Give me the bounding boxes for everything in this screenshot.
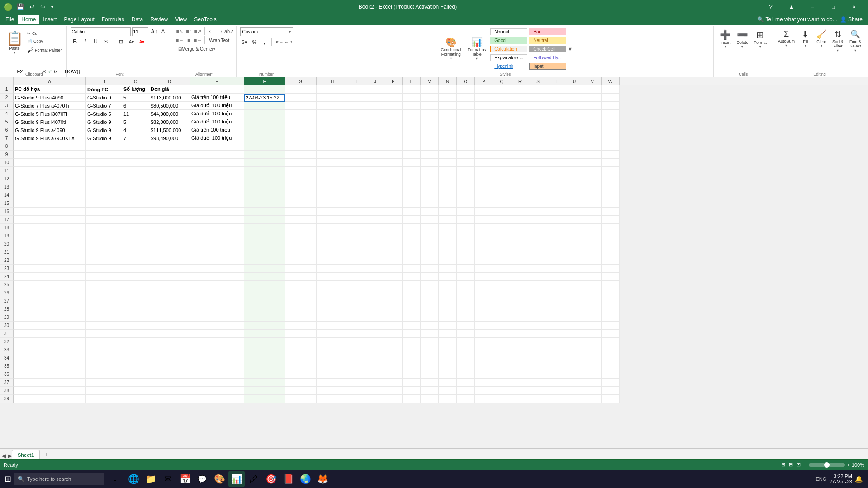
cell-W17[interactable] (602, 216, 620, 224)
cell-V16[interactable] (583, 208, 602, 216)
cell-V12[interactable] (583, 175, 602, 183)
cell-K16[interactable] (384, 208, 403, 216)
find-select-arrow[interactable]: ▾ (854, 48, 856, 52)
bold-button[interactable]: B (71, 37, 80, 46)
col-header-P[interactable]: P (475, 77, 493, 85)
row-number-25[interactable]: 25 (0, 281, 14, 289)
cell-O5[interactable] (457, 118, 475, 126)
cell-H35[interactable] (317, 362, 348, 370)
cell-F33[interactable] (244, 346, 285, 354)
cell-D37[interactable] (149, 379, 190, 387)
cell-N11[interactable] (439, 167, 457, 175)
row-number-30[interactable]: 30 (0, 322, 14, 330)
cell-I6[interactable] (348, 126, 366, 134)
cell-F29[interactable] (244, 313, 285, 322)
cell-A28[interactable] (14, 305, 86, 313)
cell-D13[interactable] (149, 183, 190, 191)
cell-L13[interactable] (403, 183, 421, 191)
cell-U1[interactable] (565, 85, 583, 94)
cell-E17[interactable] (190, 216, 244, 224)
decrease-indent[interactable]: ⇐ (207, 27, 215, 35)
cell-O34[interactable] (457, 354, 475, 362)
cell-P6[interactable] (475, 126, 493, 134)
row-number-3[interactable]: 3 (0, 102, 14, 110)
cell-S21[interactable] (529, 248, 547, 256)
cell-F36[interactable] (244, 370, 285, 379)
insert-arrow[interactable]: ▾ (725, 45, 726, 49)
cell-K37[interactable] (384, 379, 403, 387)
clear-arrow[interactable]: ▾ (821, 44, 822, 48)
cell-V21[interactable] (583, 248, 602, 256)
cell-I11[interactable] (348, 167, 366, 175)
cell-B27[interactable] (86, 297, 122, 305)
cell-L38[interactable] (403, 387, 421, 395)
cell-W26[interactable] (602, 289, 620, 297)
cell-U31[interactable] (565, 330, 583, 338)
row-number-21[interactable]: 21 (0, 248, 14, 256)
cell-M16[interactable] (421, 208, 439, 216)
cell-O13[interactable] (457, 183, 475, 191)
cell-T5[interactable] (547, 118, 565, 126)
cell-C33[interactable] (122, 346, 149, 354)
cell-T25[interactable] (547, 281, 565, 289)
cell-E36[interactable] (190, 370, 244, 379)
cell-P23[interactable] (475, 265, 493, 273)
cell-Q4[interactable] (493, 110, 511, 118)
cell-Q27[interactable] (493, 297, 511, 305)
merge-center-button[interactable]: ⊞ Merge & Center ▾ (176, 45, 218, 53)
cell-L32[interactable] (403, 338, 421, 346)
cell-V35[interactable] (583, 362, 602, 370)
cell-H6[interactable] (317, 126, 348, 134)
cell-A17[interactable] (14, 216, 86, 224)
cell-C5[interactable]: 5 (122, 118, 149, 126)
cell-A30[interactable] (14, 322, 86, 330)
cell-G11[interactable] (285, 167, 317, 175)
cell-O14[interactable] (457, 191, 475, 199)
cell-E3[interactable]: Giá dưới 100 triệu (190, 102, 244, 110)
save-button[interactable]: 💾 (14, 3, 26, 10)
row-number-37[interactable]: 37 (0, 379, 14, 387)
cell-H33[interactable] (317, 346, 348, 354)
cell-R24[interactable] (511, 273, 529, 281)
cell-E31[interactable] (190, 330, 244, 338)
calendar-button[interactable]: 📅 (177, 471, 193, 487)
cell-F14[interactable] (244, 191, 285, 199)
cell-E12[interactable] (190, 175, 244, 183)
cell-A20[interactable] (14, 240, 86, 248)
cell-B10[interactable] (86, 159, 122, 167)
cell-B30[interactable] (86, 322, 122, 330)
cell-N39[interactable] (439, 395, 457, 403)
row-number-14[interactable]: 14 (0, 191, 14, 199)
style-followed-hyperlink[interactable]: Followed Hy... (529, 54, 566, 61)
cell-T3[interactable] (547, 102, 565, 110)
cell-H2[interactable] (317, 94, 348, 102)
cell-O28[interactable] (457, 305, 475, 313)
cell-A34[interactable] (14, 354, 86, 362)
cell-C19[interactable] (122, 232, 149, 240)
cell-P30[interactable] (475, 322, 493, 330)
cell-U24[interactable] (565, 273, 583, 281)
cell-B35[interactable] (86, 362, 122, 370)
cell-O36[interactable] (457, 370, 475, 379)
cell-A33[interactable] (14, 346, 86, 354)
cell-B25[interactable] (86, 281, 122, 289)
cell-E20[interactable] (190, 240, 244, 248)
ps-button[interactable]: 🎨 (211, 471, 228, 487)
cell-R30[interactable] (511, 322, 529, 330)
cell-L34[interactable] (403, 354, 421, 362)
wrap-text-button[interactable]: Wrap Text (207, 37, 232, 44)
cell-M22[interactable] (421, 256, 439, 265)
cell-H17[interactable] (317, 216, 348, 224)
cell-K34[interactable] (384, 354, 403, 362)
cell-Q37[interactable] (493, 379, 511, 387)
cell-K18[interactable] (384, 224, 403, 232)
cell-Q20[interactable] (493, 240, 511, 248)
align-top-left[interactable]: ≡↖ (176, 27, 184, 35)
row-number-36[interactable]: 36 (0, 370, 14, 379)
cell-G14[interactable] (285, 191, 317, 199)
cell-M38[interactable] (421, 387, 439, 395)
cell-W2[interactable] (602, 94, 620, 102)
cell-Q29[interactable] (493, 313, 511, 322)
cell-L10[interactable] (403, 159, 421, 167)
cell-U6[interactable] (565, 126, 583, 134)
